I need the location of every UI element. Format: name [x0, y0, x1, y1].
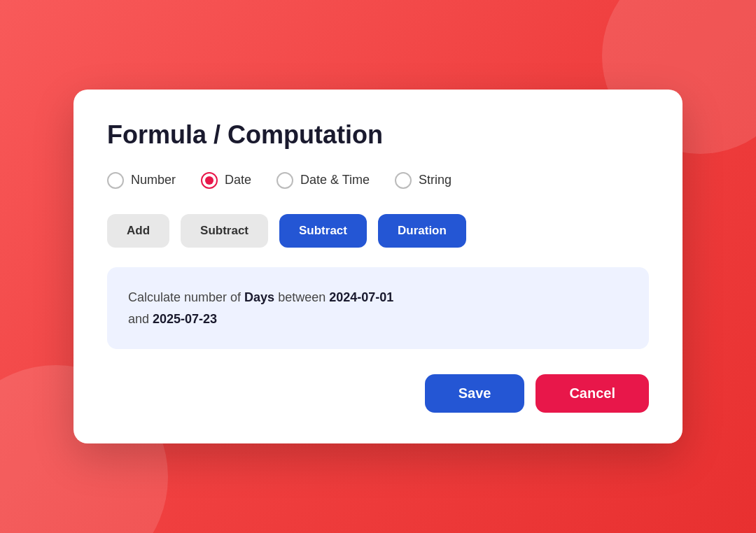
radio-label-datetime: Date & Time	[300, 173, 370, 187]
formula-dialog: Formula / Computation Number Date Date &…	[74, 90, 682, 443]
radio-circle-datetime[interactable]	[276, 172, 293, 189]
dialog-title: Formula / Computation	[107, 120, 649, 150]
duration-button[interactable]: Duration	[378, 214, 466, 248]
radio-circle-date[interactable]	[201, 172, 218, 189]
radio-option-number[interactable]: Number	[107, 172, 176, 189]
description-date2: 2025-07-23	[153, 312, 217, 326]
operation-button-group: Add Subtract Subtract Duration	[107, 214, 649, 248]
description-connector: and	[128, 312, 153, 326]
add-button[interactable]: Add	[107, 214, 169, 248]
radio-group: Number Date Date & Time String	[107, 172, 649, 189]
description-text: Calculate number of Days between 2024-07…	[128, 287, 628, 329]
save-button[interactable]: Save	[425, 374, 525, 413]
description-date1: 2024-07-01	[329, 290, 393, 304]
radio-option-date[interactable]: Date	[201, 172, 251, 189]
cancel-button[interactable]: Cancel	[536, 374, 649, 413]
subtract-active-button[interactable]: Subtract	[279, 214, 367, 248]
radio-circle-string[interactable]	[395, 172, 412, 189]
radio-circle-number[interactable]	[107, 172, 124, 189]
radio-label-string: String	[419, 173, 451, 187]
radio-label-number: Number	[131, 173, 176, 187]
action-buttons: Save Cancel	[107, 374, 649, 413]
description-box: Calculate number of Days between 2024-07…	[107, 267, 649, 349]
radio-option-datetime[interactable]: Date & Time	[276, 172, 370, 189]
radio-option-string[interactable]: String	[395, 172, 451, 189]
description-prefix: Calculate number of	[128, 290, 244, 304]
subtract-inactive-button[interactable]: Subtract	[181, 214, 268, 248]
description-unit: Days	[244, 290, 274, 304]
radio-label-date: Date	[225, 173, 251, 187]
description-middle: between	[274, 290, 329, 304]
